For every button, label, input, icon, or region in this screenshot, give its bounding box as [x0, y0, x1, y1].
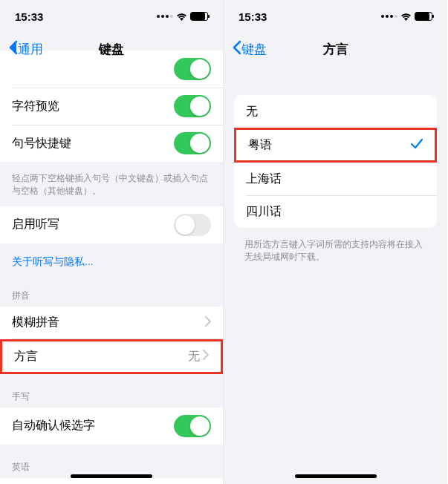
option-shanghainese[interactable]: 上海话 [234, 163, 437, 195]
option-label: 上海话 [246, 171, 425, 187]
back-label: 键盘 [241, 41, 267, 58]
wifi-icon [176, 13, 187, 21]
status-time: 15:33 [15, 10, 43, 23]
row-label: 启用听写 [12, 217, 174, 232]
chevron-right-icon [203, 350, 209, 363]
option-cantonese[interactable]: 粤语 [234, 128, 437, 163]
toggle-auto-confirm[interactable] [174, 415, 211, 437]
battery-icon [190, 12, 208, 21]
signal-icon [381, 15, 397, 18]
home-indicator[interactable] [71, 474, 152, 478]
row-dialect[interactable]: 方言 无 [0, 339, 223, 374]
toggle-dictation[interactable] [174, 214, 211, 236]
toggle-char-preview[interactable] [174, 95, 211, 117]
home-indicator[interactable] [295, 474, 377, 478]
row-label: 句号快捷键 [12, 136, 174, 151]
row-char-preview[interactable]: 字符预览 [0, 88, 223, 125]
option-sichuanese[interactable]: 四川话 [234, 195, 437, 228]
signal-icon [157, 15, 173, 18]
option-label: 四川话 [246, 204, 425, 220]
link-dictation-privacy[interactable]: 关于听写与隐私... [0, 249, 223, 279]
row-value: 无 [188, 349, 200, 364]
row-period-shortcut[interactable]: 句号快捷键 [0, 125, 223, 162]
header-pinyin: 拼音 [0, 279, 223, 307]
row-label: 字符预览 [12, 99, 174, 114]
check-icon [411, 139, 423, 152]
screen-dialect-selection: 15:33 键盘 方言 无 粤语 上海话 四川话 [224, 0, 447, 484]
toggle-period-shortcut[interactable] [174, 132, 211, 154]
footer-dialect: 用所选方言键入字词所需的支持内容将在接入无线局域网时下载。 [224, 234, 447, 272]
option-label: 无 [246, 104, 425, 120]
group-character: 字符预览 句号快捷键 [0, 50, 223, 162]
footer-period: 轻点两下空格键插入句号（中文键盘）或插入句点与空格（其他键盘）。 [0, 168, 223, 206]
toggle-partial[interactable] [174, 58, 211, 80]
header-handwriting: 手写 [0, 380, 223, 408]
row-label: 自动确认候选字 [12, 418, 174, 434]
status-bar: 15:33 [0, 0, 223, 33]
status-right [381, 12, 432, 21]
row-auto-cap[interactable]: 首字母自动大写 [0, 478, 223, 484]
group-dictation: 启用听写 [0, 206, 223, 243]
group-pinyin: 模糊拼音 方言 无 [0, 307, 223, 374]
battery-icon [415, 12, 432, 21]
row-auto-confirm[interactable]: 自动确认候选字 [0, 408, 223, 445]
back-button[interactable]: 键盘 [233, 40, 267, 59]
row-label: 模糊拼音 [12, 315, 205, 330]
status-bar: 15:33 [224, 0, 447, 33]
status-right [157, 12, 208, 21]
chevron-right-icon [205, 316, 211, 330]
wifi-icon [400, 13, 412, 21]
option-none[interactable]: 无 [234, 95, 437, 128]
nav-bar: 键盘 方言 [224, 33, 447, 65]
row-label: 方言 [14, 349, 188, 364]
screen-keyboard-settings: 15:33 通用 键盘 字符预览 句号快捷键 [0, 0, 224, 484]
group-english: 首字母自动大写 检查拼写 输入预测 滑行键入时逐词删除 [0, 478, 223, 484]
row-hidden-partial[interactable] [0, 50, 223, 88]
group-dialect-options: 无 粤语 上海话 四川话 [234, 95, 437, 228]
chevron-left-icon [233, 40, 241, 59]
row-fuzzy-pinyin[interactable]: 模糊拼音 [0, 307, 223, 339]
row-enable-dictation[interactable]: 启用听写 [0, 206, 223, 243]
nav-title: 方言 [323, 41, 348, 58]
status-time: 15:33 [238, 10, 267, 23]
group-handwriting: 自动确认候选字 [0, 408, 223, 445]
option-label: 粤语 [248, 137, 411, 153]
